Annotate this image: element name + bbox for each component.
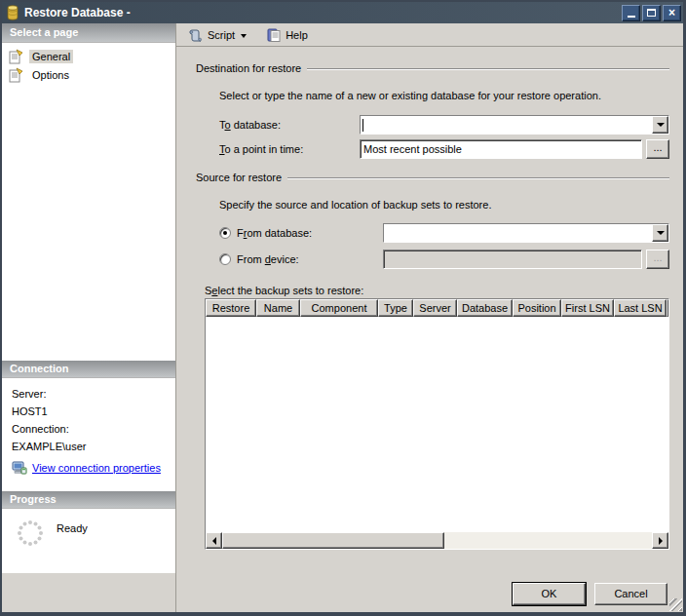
page-icon	[8, 49, 23, 64]
scroll-left-button[interactable]	[206, 532, 222, 549]
server-value: HOST1	[12, 404, 175, 419]
column-header-filler	[667, 299, 668, 317]
progress-header: Progress	[2, 491, 175, 509]
sidebar-item-options[interactable]: Options	[2, 65, 175, 84]
select-a-page-header: Select a page	[2, 23, 175, 43]
progress-panel: Ready	[2, 509, 175, 573]
maximize-icon	[647, 9, 656, 17]
from-device-radio[interactable]	[219, 253, 231, 265]
destination-description: Select or type the name of a new or exis…	[219, 90, 669, 101]
connection-header: Connection	[2, 361, 175, 378]
dialog-footer: OK Cancel	[513, 583, 667, 605]
backup-sets-label: Select the backup sets to restore:	[205, 285, 669, 296]
minimize-icon	[628, 16, 635, 18]
arrow-left-icon	[212, 537, 216, 545]
from-device-label: From device:	[237, 253, 383, 265]
group-divider	[287, 177, 669, 179]
column-header-name[interactable]: Name	[256, 299, 300, 317]
help-label: Help	[286, 29, 308, 41]
destination-caption: Destination for restore	[196, 62, 301, 74]
chevron-down-icon	[657, 231, 665, 235]
general-page: Destination for restore Select or type t…	[176, 47, 683, 612]
horizontal-scrollbar[interactable]	[206, 532, 668, 549]
ok-button[interactable]: OK	[513, 583, 586, 605]
scrollbar-thumb[interactable]	[222, 532, 444, 549]
sidebar-item-label: Options	[29, 68, 72, 82]
close-icon: ×	[668, 7, 675, 19]
server-label: Server:	[12, 386, 175, 402]
grid-body[interactable]	[206, 317, 668, 532]
sidebar-item-label: General	[29, 50, 73, 63]
script-dropdown-icon	[241, 34, 247, 38]
to-point-value: Most recent possible	[363, 143, 462, 155]
source-caption: Source for restore	[196, 172, 282, 183]
to-database-label: To database:	[219, 119, 360, 131]
chevron-down-icon	[657, 123, 665, 127]
arrow-right-icon	[659, 537, 663, 545]
progress-spinner-icon	[16, 519, 45, 548]
to-point-browse-button[interactable]: ...	[646, 139, 669, 159]
title-bar[interactable]: Restore Database - ×	[2, 2, 683, 23]
to-point-label: To a point in time:	[219, 143, 360, 155]
sidebar-item-general[interactable]: General	[2, 47, 175, 65]
cancel-button[interactable]: Cancel	[594, 583, 667, 605]
view-connection-properties-link[interactable]: View connection properties	[32, 462, 161, 474]
minimize-button[interactable]	[622, 5, 640, 21]
toolbar: Script Help	[176, 23, 683, 47]
text-caret	[362, 119, 363, 132]
help-icon	[266, 27, 282, 43]
column-header-restore[interactable]: Restore	[206, 299, 256, 317]
scrollbar-track[interactable]	[444, 532, 652, 549]
connection-value: EXAMPLE\user	[12, 439, 175, 454]
column-header-position[interactable]: Position	[513, 299, 561, 317]
resize-grip[interactable]	[669, 598, 682, 611]
connection-label: Connection:	[12, 421, 175, 437]
to-database-dropdown-button[interactable]	[652, 116, 668, 134]
from-database-label: From database:	[237, 227, 383, 239]
source-description: Specify the source and location of backu…	[219, 199, 669, 211]
column-header-database[interactable]: Database	[457, 299, 513, 317]
grid-header: RestoreNameComponentTypeServerDatabasePo…	[206, 299, 668, 317]
script-label: Script	[208, 29, 235, 41]
script-button[interactable]: Script	[184, 25, 252, 45]
help-button[interactable]: Help	[262, 25, 312, 45]
column-header-component[interactable]: Component	[300, 299, 378, 317]
script-icon	[188, 27, 204, 43]
column-header-last-lsn[interactable]: Last LSN	[614, 299, 667, 317]
sidebar: Select a page General	[2, 23, 176, 612]
connection-panel: Server: HOST1 Connection: EXAMPLE\user V…	[2, 378, 175, 491]
backup-sets-grid[interactable]: RestoreNameComponentTypeServerDatabasePo…	[205, 298, 669, 550]
close-button[interactable]: ×	[663, 5, 681, 21]
maximize-button[interactable]	[642, 5, 661, 21]
to-database-combobox[interactable]	[360, 115, 669, 135]
main-panel: Script Help	[176, 23, 683, 612]
from-database-dropdown-button[interactable]	[652, 224, 668, 242]
from-database-combobox[interactable]	[383, 223, 669, 243]
group-divider	[307, 68, 669, 70]
column-header-type[interactable]: Type	[378, 299, 413, 317]
column-header-first-lsn[interactable]: First LSN	[561, 299, 614, 317]
sidebar-filler	[2, 573, 175, 612]
computer-icon	[12, 460, 27, 476]
scroll-right-button[interactable]	[652, 532, 668, 549]
to-point-textbox[interactable]: Most recent possible	[360, 139, 642, 159]
from-device-browse-button: ...	[646, 250, 669, 269]
window-title: Restore Database -	[24, 6, 622, 19]
page-list: General Options	[2, 43, 175, 361]
progress-status: Ready	[57, 522, 88, 534]
from-device-textbox	[383, 250, 642, 269]
restore-database-dialog: Restore Database - × Select a page	[0, 0, 686, 616]
column-header-server[interactable]: Server	[413, 299, 457, 317]
page-icon	[8, 67, 23, 83]
database-icon	[5, 5, 20, 20]
from-database-radio[interactable]	[219, 227, 231, 239]
